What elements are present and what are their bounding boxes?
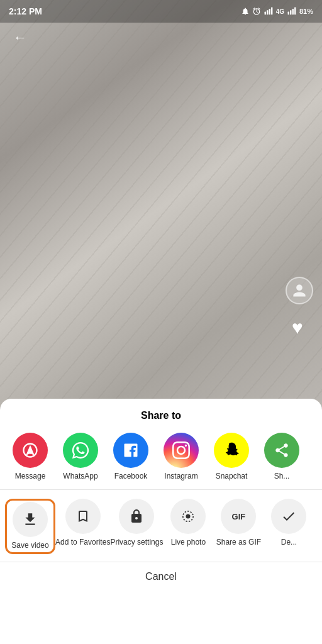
share-gif-icon: GIF (221, 499, 256, 534)
instagram-icon (164, 433, 199, 468)
profile-icon[interactable] (286, 277, 313, 304)
network-label: 4G (276, 8, 284, 15)
action-live-photo[interactable]: Live photo (163, 499, 213, 554)
snapchat-icon (214, 433, 249, 468)
share-sheet: Share to Message WhatsApp Facebook (0, 399, 322, 644)
app-item-message[interactable]: Message (5, 433, 55, 480)
video-preview (0, 0, 322, 415)
action-more[interactable]: De... (264, 499, 314, 554)
action-label-save-video: Save video (11, 541, 48, 551)
svg-rect-2 (269, 9, 270, 14)
battery-icon: 81% (299, 8, 313, 15)
signal2-icon (287, 7, 297, 16)
action-label-more: De... (281, 538, 297, 548)
save-video-icon (13, 502, 48, 537)
cancel-button[interactable]: Cancel (0, 562, 322, 589)
svg-rect-1 (267, 10, 268, 14)
action-label-live-photo: Live photo (171, 538, 206, 548)
action-label-privacy: Privacy settings (110, 538, 163, 548)
status-bar: 2:12 PM 4G 81% (0, 0, 322, 23)
like-button[interactable]: ♥ (286, 316, 309, 340)
svg-rect-4 (288, 12, 289, 15)
more-share-icon (264, 433, 299, 468)
svg-point-9 (186, 514, 191, 519)
app-label-more: Sh... (274, 472, 290, 480)
lock-svg (129, 509, 144, 524)
app-label-facebook: Facebook (114, 472, 148, 480)
signal-icon (264, 7, 274, 16)
save-video-wrapper: Save video (5, 499, 55, 554)
apps-row: Message WhatsApp Facebook Instagram (0, 433, 322, 490)
message-svg (21, 441, 39, 459)
share-title: Share to (0, 410, 322, 421)
user-icon (292, 283, 307, 298)
alarm-icon (252, 7, 261, 16)
actions-row: Save video Add to Favorites Privacy sett… (0, 490, 322, 560)
whatsapp-icon (63, 433, 98, 468)
snapchat-svg (223, 442, 240, 458)
live-photo-svg (179, 508, 197, 525)
share-more-svg (274, 442, 290, 458)
app-label-snapchat: Snapchat (216, 472, 248, 480)
svg-rect-3 (271, 8, 272, 15)
message-icon (13, 433, 48, 468)
notification-icon (241, 7, 250, 16)
app-item-snapchat[interactable]: Snapchat (206, 433, 257, 480)
instagram-svg (172, 441, 190, 459)
app-label-message: Message (15, 472, 46, 480)
whatsapp-svg (71, 441, 90, 460)
status-time: 2:12 PM (9, 6, 42, 16)
bookmark-svg (75, 509, 91, 524)
more-action-icon (271, 499, 306, 534)
action-label-share-gif: Share as GIF (216, 538, 261, 548)
more-action-svg (281, 509, 296, 524)
app-label-whatsapp: WhatsApp (63, 472, 97, 480)
svg-rect-7 (294, 8, 296, 15)
live-photo-icon (170, 499, 206, 534)
action-save-video[interactable]: Save video (8, 502, 52, 551)
side-actions: ♥ (286, 277, 313, 340)
facebook-svg (122, 441, 140, 459)
privacy-settings-icon (119, 499, 154, 534)
action-add-favorites[interactable]: Add to Favorites (55, 499, 110, 554)
action-share-gif[interactable]: GIF Share as GIF (213, 499, 264, 554)
app-label-instagram: Instagram (164, 472, 197, 480)
app-item-instagram[interactable]: Instagram (156, 433, 206, 480)
action-label-add-favorites: Add to Favorites (55, 538, 110, 548)
status-icons: 4G 81% (241, 7, 313, 16)
action-privacy-settings[interactable]: Privacy settings (110, 499, 163, 554)
download-svg (22, 511, 38, 528)
add-favorites-icon (65, 499, 101, 534)
svg-rect-5 (290, 10, 291, 14)
app-item-more[interactable]: Sh... (257, 433, 307, 480)
back-button[interactable]: ← (9, 26, 31, 49)
app-item-facebook[interactable]: Facebook (106, 433, 156, 480)
svg-rect-0 (264, 12, 265, 15)
svg-rect-6 (292, 9, 294, 14)
app-item-whatsapp[interactable]: WhatsApp (55, 433, 106, 480)
facebook-icon (113, 433, 148, 468)
gif-text: GIF (232, 512, 246, 521)
